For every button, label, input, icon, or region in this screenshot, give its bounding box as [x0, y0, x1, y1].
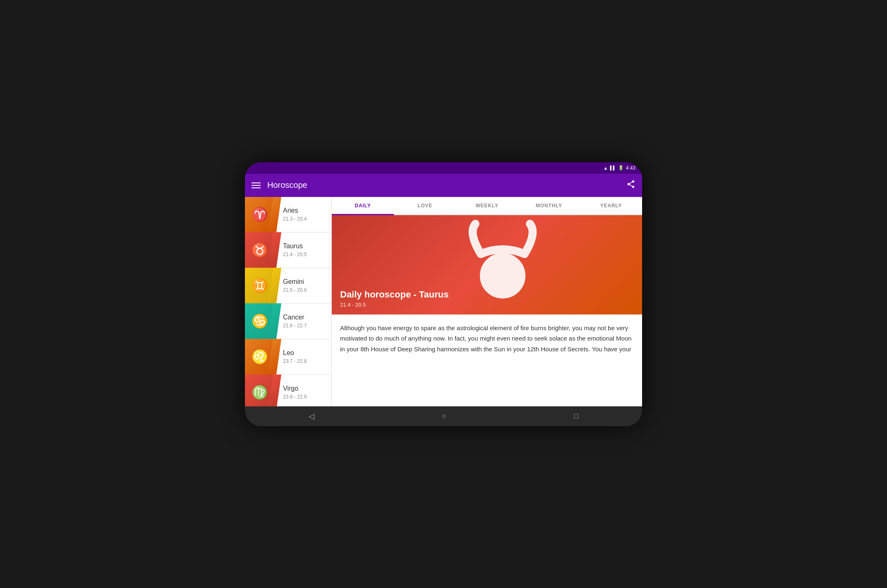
aries-dates: 21.3 - 20.4: [283, 216, 307, 222]
share-button[interactable]: [626, 180, 635, 191]
cancer-icon-box: ♋: [245, 303, 275, 339]
banner-dates: 21.4 - 20.5: [340, 302, 448, 308]
sidebar-item-leo[interactable]: ♌ Leo 23.7 - 22.8: [245, 339, 331, 375]
banner-title: Daily horoscope - Taurus: [340, 289, 448, 300]
horoscope-body[interactable]: Although you have energy to spare as the…: [332, 314, 642, 406]
tab-daily[interactable]: DAILY: [332, 197, 394, 214]
tab-weekly[interactable]: WEEKLY: [456, 197, 518, 214]
virgo-icon-box: ♍: [245, 374, 275, 406]
aries-name: Aries: [283, 207, 307, 214]
back-button[interactable]: ◁: [299, 408, 324, 424]
virgo-dates: 23.8 - 22.9: [283, 394, 307, 400]
taurus-dates: 21.4 - 20.5: [283, 252, 307, 257]
signs-sidebar: ♈ Aries 21.3 - 20.4 ♉ Taurus 21.4 - 20.5…: [245, 197, 332, 406]
cancer-symbol: ♋: [252, 313, 268, 329]
banner-text: Daily horoscope - Taurus 21.4 - 20.5: [340, 289, 448, 308]
menu-button[interactable]: [252, 182, 261, 188]
wifi-icon: ▲: [604, 166, 608, 170]
taurus-symbol: ♉: [252, 242, 268, 258]
gemini-dates: 21.5 - 20.6: [283, 287, 307, 293]
tab-monthly[interactable]: MONTHLY: [518, 197, 580, 214]
gemini-icon-box: ♊: [245, 268, 275, 303]
app-bar: Horoscope: [245, 174, 642, 197]
app-title: Horoscope: [267, 180, 626, 190]
cancer-name: Cancer: [283, 314, 307, 321]
aries-symbol: ♈: [252, 206, 268, 222]
signal-icon: ▌▌: [610, 166, 616, 170]
sidebar-item-taurus[interactable]: ♉ Taurus 21.4 - 20.5: [245, 233, 331, 268]
leo-symbol: ♌: [252, 349, 268, 365]
tab-love[interactable]: LOVE: [394, 197, 456, 214]
horoscope-tabs: DAILYLOVEWEEKLYMONTHLYYEARLY: [332, 197, 642, 215]
taurus-symbol-bg: [457, 219, 548, 310]
sidebar-item-gemini[interactable]: ♊ Gemini 21.5 - 20.6: [245, 268, 331, 304]
cancer-dates: 21.6 - 22.7: [283, 323, 307, 329]
home-button[interactable]: ○: [432, 408, 456, 424]
time-display: 4:43: [626, 165, 635, 171]
taurus-icon-box: ♉: [245, 232, 275, 268]
aries-icon-box: ♈: [245, 197, 275, 233]
bottom-nav: ◁ ○ □: [245, 406, 642, 426]
main-content: ♈ Aries 21.3 - 20.4 ♉ Taurus 21.4 - 20.5…: [245, 197, 642, 406]
virgo-name: Virgo: [283, 385, 307, 392]
taurus-name: Taurus: [283, 242, 307, 250]
gemini-symbol: ♊: [252, 278, 268, 293]
sidebar-item-aries[interactable]: ♈ Aries 21.3 - 20.4: [245, 197, 331, 233]
horoscope-text: Although you have energy to spare as the…: [340, 323, 634, 355]
leo-icon-box: ♌: [245, 339, 275, 374]
tab-yearly[interactable]: YEARLY: [580, 197, 642, 214]
sidebar-item-cancer[interactable]: ♋ Cancer 21.6 - 22.7: [245, 304, 331, 339]
horoscope-banner: Daily horoscope - Taurus 21.4 - 20.5: [332, 215, 642, 314]
battery-icon: 🔋: [618, 165, 624, 170]
gemini-name: Gemini: [283, 278, 307, 286]
status-icons: ▲ ▌▌ 🔋 4:43: [604, 165, 635, 171]
sidebar-item-virgo[interactable]: ♍ Virgo 23.8 - 22.9: [245, 375, 331, 406]
recent-button[interactable]: □: [564, 408, 588, 424]
status-bar: ▲ ▌▌ 🔋 4:43: [245, 162, 642, 174]
virgo-symbol: ♍: [252, 384, 268, 400]
device: ▲ ▌▌ 🔋 4:43 Horoscope ♈ Aries 21.3 - 20.…: [245, 162, 642, 426]
leo-dates: 23.7 - 22.8: [283, 358, 307, 364]
leo-name: Leo: [283, 349, 307, 357]
content-area: DAILYLOVEWEEKLYMONTHLYYEARLY: [332, 197, 642, 406]
